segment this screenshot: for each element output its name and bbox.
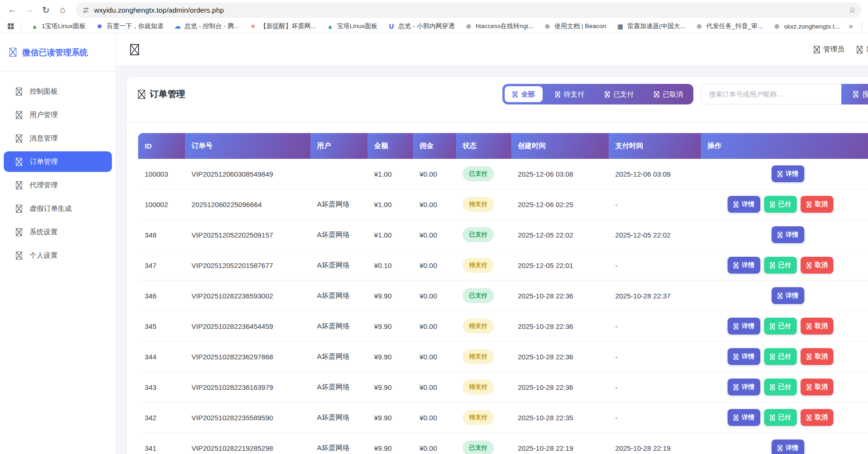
tab-1[interactable]: 全部 bbox=[505, 86, 543, 102]
cell-status: 待支付 bbox=[456, 402, 511, 433]
sidebar-item-1[interactable]: 控制面板 bbox=[4, 81, 112, 102]
button-label: 详情 bbox=[742, 200, 754, 208]
menu-toggle-icon[interactable] bbox=[130, 44, 139, 55]
tab-3[interactable]: 已支付 bbox=[597, 86, 642, 102]
search-input[interactable] bbox=[701, 84, 841, 104]
bookmark-item[interactable]: ⊕skxz.zonghengtx.t... bbox=[768, 22, 845, 30]
cell-paid-time: - bbox=[609, 402, 701, 433]
detail-button[interactable]: 详情 bbox=[728, 348, 760, 365]
cell-created-time: 2025-10-28 22:36 bbox=[511, 281, 609, 311]
detail-button[interactable]: 详情 bbox=[772, 439, 804, 454]
bookmark-star-icon[interactable]: ☆ bbox=[849, 5, 856, 15]
reload-icon[interactable]: ↻ bbox=[38, 2, 53, 17]
apps-grid-icon[interactable] bbox=[6, 23, 16, 30]
detail-button[interactable]: 详情 bbox=[772, 287, 804, 304]
admin-user[interactable]: 管理员 bbox=[814, 45, 844, 54]
tab-4[interactable]: 已取消 bbox=[646, 86, 691, 102]
bookmark-label: htaccess在线转ngi... bbox=[476, 22, 533, 30]
column-header: 用户 bbox=[310, 133, 368, 159]
detail-button[interactable]: 详情 bbox=[728, 196, 760, 213]
button-label: 详情 bbox=[786, 170, 798, 178]
bookmark-item[interactable]: ❋百度一下，你就知道 bbox=[91, 22, 169, 30]
status-badge: 已支付 bbox=[463, 166, 494, 181]
paid-button[interactable]: 已付 bbox=[764, 379, 797, 395]
brand: 微信已读管理系统 bbox=[0, 33, 116, 72]
bookmarks-overflow-chevron[interactable]: » bbox=[845, 22, 857, 30]
detail-button[interactable]: 详情 bbox=[728, 318, 760, 335]
logout-button[interactable]: 退出 bbox=[857, 45, 868, 54]
orders-card: 订单管理 全部待支付已支付已取消 搜索 bbox=[127, 77, 868, 454]
paid-button[interactable]: 已付 bbox=[764, 348, 797, 365]
cancel-button-icon bbox=[807, 354, 811, 360]
button-label: 详情 bbox=[742, 261, 754, 269]
sidebar: 微信已读管理系统 控制面板用户管理消息管理订单管理代理管理虚假订单生成系统设置个… bbox=[0, 33, 116, 454]
paid-button-icon bbox=[770, 323, 775, 329]
detail-button[interactable]: 详情 bbox=[772, 165, 804, 182]
site-info-icon[interactable] bbox=[82, 7, 89, 14]
sidebar-item-4[interactable]: 订单管理 bbox=[4, 151, 112, 172]
sidebar-item-label: 系统设置 bbox=[29, 228, 58, 237]
home-icon[interactable]: ⌂ bbox=[55, 2, 70, 17]
cell-commission: ¥0.00 bbox=[413, 250, 456, 281]
detail-button[interactable]: 详情 bbox=[772, 226, 804, 243]
status-badge: 待支付 bbox=[463, 258, 494, 273]
bookmark-item[interactable]: ▲宝塔Linux面板 bbox=[321, 22, 383, 30]
sidebar-item-5[interactable]: 代理管理 bbox=[4, 175, 112, 195]
cell-order-no: VIP202512052202509157 bbox=[185, 220, 310, 250]
bookmark-item[interactable]: ☁总览 - 控制台 - 腾... bbox=[169, 22, 244, 30]
paid-button[interactable]: 已付 bbox=[764, 196, 797, 213]
search-button[interactable]: 搜索 bbox=[841, 84, 868, 104]
cancel-button[interactable]: 取消 bbox=[801, 409, 833, 426]
cancel-button[interactable]: 取消 bbox=[801, 318, 833, 335]
sidebar-item-6[interactable]: 虚假订单生成 bbox=[4, 198, 112, 219]
cancel-button[interactable]: 取消 bbox=[801, 348, 833, 365]
cell-actions: 详情已付取消 bbox=[701, 311, 868, 342]
cancel-button[interactable]: 取消 bbox=[801, 379, 833, 395]
detail-button[interactable]: 详情 bbox=[728, 257, 760, 274]
detail-button[interactable]: 详情 bbox=[728, 409, 760, 426]
tab-label: 待支付 bbox=[564, 90, 584, 99]
table-header-row: ID订单号用户金额佣金状态创建时间支付时间操作 bbox=[138, 133, 868, 159]
bookmark-item[interactable]: ▦雷轰加速器(中国大... bbox=[611, 22, 691, 30]
sidebar-item-3[interactable]: 消息管理 bbox=[4, 128, 112, 149]
cancel-button[interactable]: 取消 bbox=[801, 196, 833, 213]
bookmark-label: 使用文档 | Beacon bbox=[554, 22, 606, 30]
cell-order-no: VIP202510282236454459 bbox=[185, 311, 310, 342]
bookmark-item[interactable]: ✳【新提醒】坏蛋网... bbox=[244, 22, 321, 30]
bookmark-item[interactable]: ⊕代发任务_抖音_审... bbox=[691, 22, 768, 30]
bookmark-label: 雷轰加速器(中国大... bbox=[627, 22, 685, 30]
cancel-button-icon bbox=[807, 415, 811, 421]
orders-icon bbox=[138, 90, 145, 99]
bookmark-item[interactable]: U总览 - 小郭内网穿透 bbox=[383, 22, 460, 30]
sidebar-menu: 控制面板用户管理消息管理订单管理代理管理虚假订单生成系统设置个人设置 bbox=[0, 72, 116, 266]
bookmark-label: 百度一下，你就知道 bbox=[107, 22, 164, 30]
bookmark-label: 1宝塔Linux面板 bbox=[42, 22, 86, 30]
bookmark-item[interactable]: ⊕htaccess在线转ngi... bbox=[460, 22, 538, 30]
sidebar-item-2[interactable]: 用户管理 bbox=[4, 104, 112, 125]
cell-actions: 详情已付取消 bbox=[701, 250, 868, 281]
cell-amount: ¥1.00 bbox=[368, 189, 413, 220]
sidebar-item-icon bbox=[16, 134, 22, 142]
tab-2[interactable]: 待支付 bbox=[547, 86, 592, 102]
sidebar-item-7[interactable]: 系统设置 bbox=[4, 222, 112, 242]
detail-button[interactable]: 详情 bbox=[728, 379, 760, 395]
globe-favicon-icon: ⊕ bbox=[544, 22, 551, 30]
cell-actions: 详情已付取消 bbox=[701, 342, 868, 372]
forward-icon[interactable]: → bbox=[22, 2, 37, 17]
bookmarks-divider bbox=[21, 22, 21, 30]
paid-button[interactable]: 已付 bbox=[764, 257, 797, 274]
paid-button[interactable]: 已付 bbox=[764, 409, 797, 426]
bookmark-item[interactable]: ⊕使用文档 | Beacon bbox=[538, 22, 611, 30]
url-bar[interactable]: wxyidu.zonghengtx.top/admin/orders.php ☆ bbox=[76, 2, 861, 18]
cell-status: 待支付 bbox=[456, 311, 511, 342]
back-icon[interactable]: ← bbox=[5, 2, 20, 17]
bookmark-item[interactable]: ▲1宝塔Linux面板 bbox=[26, 22, 91, 30]
cell-commission: ¥0.00 bbox=[413, 220, 456, 250]
cell-status: 已支付 bbox=[456, 159, 511, 189]
sidebar-item-8[interactable]: 个人设置 bbox=[4, 245, 112, 266]
detail-button-icon bbox=[778, 445, 782, 451]
cell-paid-time: - bbox=[609, 372, 701, 402]
paid-button[interactable]: 已付 bbox=[764, 318, 797, 335]
cancel-button[interactable]: 取消 bbox=[801, 257, 833, 274]
cell-paid-time: - bbox=[609, 189, 701, 220]
